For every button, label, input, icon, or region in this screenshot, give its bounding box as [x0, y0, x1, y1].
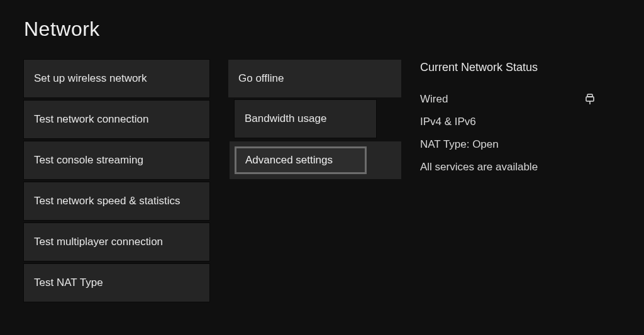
status-connection-text: Wired [420, 93, 448, 106]
tile-test-multiplayer[interactable]: Test multiplayer connection [24, 223, 209, 261]
tile-test-streaming[interactable]: Test console streaming [24, 141, 209, 179]
status-panel: Current Network Status Wired IPv4 & IPv6… [420, 60, 596, 302]
ethernet-icon [584, 93, 596, 106]
status-connection-row: Wired [420, 93, 596, 106]
advanced-selection-wrap: Advanced settings [230, 141, 401, 179]
page-title: Network [24, 18, 644, 41]
settings-layout: Set up wireless network Test network con… [24, 60, 644, 302]
tile-bandwidth-usage[interactable]: Bandwidth usage [235, 100, 376, 138]
svg-rect-1 [586, 97, 594, 101]
middle-column: Go offline Bandwidth usage Advanced sett… [228, 60, 401, 302]
go-offline-highlight: Go offline [228, 60, 401, 97]
tile-test-nat[interactable]: Test NAT Type [24, 264, 209, 302]
left-column: Set up wireless network Test network con… [24, 60, 209, 302]
tile-advanced-settings[interactable]: Advanced settings [235, 146, 367, 174]
status-services: All services are available [420, 161, 596, 173]
status-ip: IPv4 & IPv6 [420, 116, 596, 128]
tile-test-speed[interactable]: Test network speed & statistics [24, 182, 209, 220]
status-heading: Current Network Status [420, 61, 596, 74]
status-nat: NAT Type: Open [420, 138, 596, 151]
tile-go-offline[interactable]: Go offline [228, 60, 401, 97]
tile-setup-wireless[interactable]: Set up wireless network [24, 60, 209, 97]
tile-test-connection[interactable]: Test network connection [24, 101, 209, 138]
